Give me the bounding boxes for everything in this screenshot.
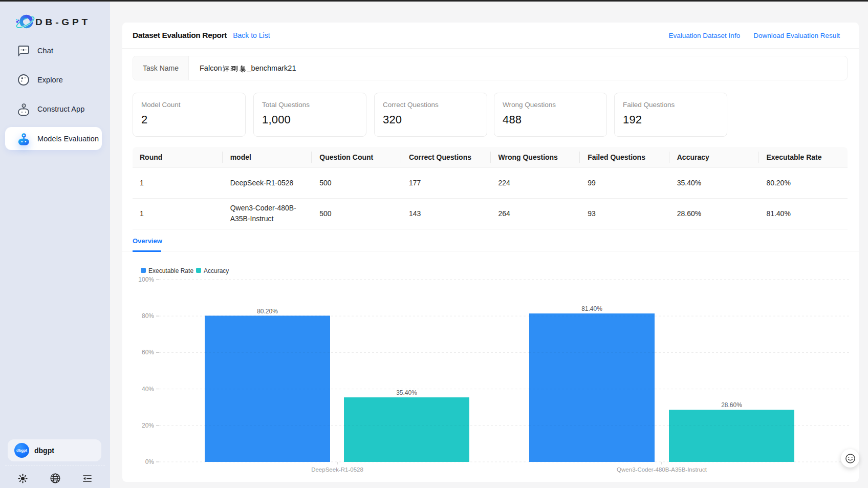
svg-text:DeepSeek-R1-0528: DeepSeek-R1-0528	[311, 466, 363, 473]
svg-text:100%: 100%	[138, 276, 154, 283]
svg-text:28.60%: 28.60%	[721, 401, 742, 409]
svg-text:20%: 20%	[142, 422, 154, 429]
svg-text:60%: 60%	[142, 349, 154, 356]
svg-text:Executable Rate: Executable Rate	[148, 267, 193, 274]
svg-text:DB-GPT: DB-GPT	[35, 17, 91, 27]
svg-text:0%: 0%	[145, 458, 155, 465]
svg-text:Qwen3-Coder-480B-A35B-Instruct: Qwen3-Coder-480B-A35B-Instruct	[617, 466, 707, 473]
svg-text:Accuracy: Accuracy	[204, 267, 229, 274]
svg-text:81.40%: 81.40%	[581, 305, 602, 312]
svg-text:40%: 40%	[142, 386, 154, 393]
svg-text:80%: 80%	[142, 312, 154, 320]
svg-text:80.20%: 80.20%	[257, 308, 278, 315]
svg-text:35.40%: 35.40%	[396, 389, 417, 396]
